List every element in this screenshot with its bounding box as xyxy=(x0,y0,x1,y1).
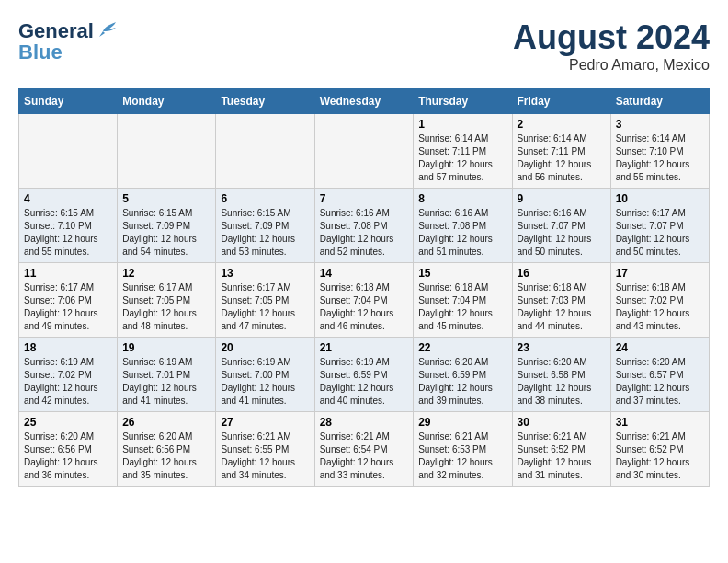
calendar-cell: 28Sunrise: 6:21 AM Sunset: 6:54 PM Dayli… xyxy=(314,412,414,487)
column-header-monday: Monday xyxy=(118,89,216,114)
day-number: 9 xyxy=(518,192,606,205)
day-number: 28 xyxy=(320,416,409,429)
column-header-tuesday: Tuesday xyxy=(216,89,314,114)
day-number: 12 xyxy=(122,267,210,280)
calendar-cell: 25Sunrise: 6:20 AM Sunset: 6:56 PM Dayli… xyxy=(19,412,118,487)
calendar-cell: 18Sunrise: 6:19 AM Sunset: 7:02 PM Dayli… xyxy=(19,338,118,412)
day-info: Sunrise: 6:17 AM Sunset: 7:05 PM Dayligh… xyxy=(221,282,309,333)
day-info: Sunrise: 6:20 AM Sunset: 6:56 PM Dayligh… xyxy=(122,431,210,482)
day-number: 4 xyxy=(24,192,112,205)
calendar-cell: 15Sunrise: 6:18 AM Sunset: 7:04 PM Dayli… xyxy=(414,263,512,338)
day-number: 2 xyxy=(518,118,606,131)
day-number: 30 xyxy=(518,416,606,429)
day-number: 16 xyxy=(518,267,606,280)
page-header: General Blue August 2024 Pedro Amaro, Me… xyxy=(18,18,710,74)
day-info: Sunrise: 6:21 AM Sunset: 6:55 PM Dayligh… xyxy=(221,431,309,482)
column-header-thursday: Thursday xyxy=(414,89,512,114)
column-header-sunday: Sunday xyxy=(19,89,118,114)
day-info: Sunrise: 6:19 AM Sunset: 6:59 PM Dayligh… xyxy=(320,356,409,408)
calendar-cell: 24Sunrise: 6:20 AM Sunset: 6:57 PM Dayli… xyxy=(610,338,709,412)
day-number: 14 xyxy=(320,267,409,280)
calendar-cell: 6Sunrise: 6:15 AM Sunset: 7:09 PM Daylig… xyxy=(216,189,314,263)
day-info: Sunrise: 6:18 AM Sunset: 7:04 PM Dayligh… xyxy=(320,282,409,333)
column-headers: SundayMondayTuesdayWednesdayThursdayFrid… xyxy=(19,89,710,114)
day-number: 10 xyxy=(616,192,704,205)
day-info: Sunrise: 6:15 AM Sunset: 7:09 PM Dayligh… xyxy=(122,207,210,259)
calendar-cell: 17Sunrise: 6:18 AM Sunset: 7:02 PM Dayli… xyxy=(610,263,709,338)
calendar-cell: 21Sunrise: 6:19 AM Sunset: 6:59 PM Dayli… xyxy=(314,338,414,412)
day-info: Sunrise: 6:16 AM Sunset: 7:08 PM Dayligh… xyxy=(418,207,506,259)
calendar-cell: 4Sunrise: 6:15 AM Sunset: 7:10 PM Daylig… xyxy=(19,189,118,263)
day-number: 8 xyxy=(418,192,506,205)
day-info: Sunrise: 6:15 AM Sunset: 7:09 PM Dayligh… xyxy=(221,207,309,259)
day-number: 3 xyxy=(616,118,704,131)
day-info: Sunrise: 6:21 AM Sunset: 6:52 PM Dayligh… xyxy=(616,431,704,482)
calendar-cell: 1Sunrise: 6:14 AM Sunset: 7:11 PM Daylig… xyxy=(414,114,512,189)
calendar-cell: 23Sunrise: 6:20 AM Sunset: 6:58 PM Dayli… xyxy=(512,338,610,412)
day-number: 5 xyxy=(122,192,210,205)
day-number: 7 xyxy=(320,192,409,205)
day-info: Sunrise: 6:19 AM Sunset: 7:02 PM Dayligh… xyxy=(24,356,112,408)
day-info: Sunrise: 6:14 AM Sunset: 7:10 PM Dayligh… xyxy=(616,132,704,184)
day-number: 11 xyxy=(24,267,112,280)
logo: General Blue xyxy=(18,18,118,64)
day-info: Sunrise: 6:18 AM Sunset: 7:04 PM Dayligh… xyxy=(418,282,506,333)
calendar-cell xyxy=(19,114,118,189)
calendar-cell xyxy=(118,114,216,189)
calendar-cell: 9Sunrise: 6:16 AM Sunset: 7:07 PM Daylig… xyxy=(512,189,610,263)
day-number: 27 xyxy=(221,416,309,429)
day-info: Sunrise: 6:17 AM Sunset: 7:06 PM Dayligh… xyxy=(24,282,112,333)
calendar-cell: 2Sunrise: 6:14 AM Sunset: 7:11 PM Daylig… xyxy=(512,114,610,189)
day-number: 21 xyxy=(320,341,409,354)
day-info: Sunrise: 6:20 AM Sunset: 6:57 PM Dayligh… xyxy=(616,356,704,408)
day-info: Sunrise: 6:15 AM Sunset: 7:10 PM Dayligh… xyxy=(24,207,112,259)
day-info: Sunrise: 6:17 AM Sunset: 7:07 PM Dayligh… xyxy=(616,207,704,259)
calendar-cell: 8Sunrise: 6:16 AM Sunset: 7:08 PM Daylig… xyxy=(414,189,512,263)
day-info: Sunrise: 6:18 AM Sunset: 7:02 PM Dayligh… xyxy=(616,282,704,333)
day-number: 26 xyxy=(122,416,210,429)
day-number: 25 xyxy=(24,416,112,429)
day-info: Sunrise: 6:16 AM Sunset: 7:08 PM Dayligh… xyxy=(320,207,409,259)
calendar-cell: 10Sunrise: 6:17 AM Sunset: 7:07 PM Dayli… xyxy=(610,189,709,263)
day-info: Sunrise: 6:20 AM Sunset: 6:59 PM Dayligh… xyxy=(418,356,506,408)
day-number: 29 xyxy=(418,416,506,429)
day-number: 19 xyxy=(122,341,210,354)
calendar-cell: 20Sunrise: 6:19 AM Sunset: 7:00 PM Dayli… xyxy=(216,338,314,412)
main-title: August 2024 xyxy=(513,18,710,57)
calendar-cell: 14Sunrise: 6:18 AM Sunset: 7:04 PM Dayli… xyxy=(314,263,414,338)
logo-bird-icon xyxy=(96,18,118,44)
week-row-2: 4Sunrise: 6:15 AM Sunset: 7:10 PM Daylig… xyxy=(19,189,710,263)
day-info: Sunrise: 6:18 AM Sunset: 7:03 PM Dayligh… xyxy=(518,282,606,333)
day-info: Sunrise: 6:14 AM Sunset: 7:11 PM Dayligh… xyxy=(418,132,506,184)
column-header-saturday: Saturday xyxy=(610,89,709,114)
day-info: Sunrise: 6:17 AM Sunset: 7:05 PM Dayligh… xyxy=(122,282,210,333)
day-info: Sunrise: 6:20 AM Sunset: 6:58 PM Dayligh… xyxy=(518,356,606,408)
day-info: Sunrise: 6:19 AM Sunset: 7:01 PM Dayligh… xyxy=(122,356,210,408)
day-info: Sunrise: 6:16 AM Sunset: 7:07 PM Dayligh… xyxy=(518,207,606,259)
calendar-cell: 30Sunrise: 6:21 AM Sunset: 6:52 PM Dayli… xyxy=(512,412,610,487)
title-block: August 2024 Pedro Amaro, Mexico xyxy=(513,18,710,74)
calendar-cell: 13Sunrise: 6:17 AM Sunset: 7:05 PM Dayli… xyxy=(216,263,314,338)
day-number: 15 xyxy=(418,267,506,280)
week-row-3: 11Sunrise: 6:17 AM Sunset: 7:06 PM Dayli… xyxy=(19,263,710,338)
day-number: 31 xyxy=(616,416,704,429)
column-header-wednesday: Wednesday xyxy=(314,89,414,114)
calendar-cell: 22Sunrise: 6:20 AM Sunset: 6:59 PM Dayli… xyxy=(414,338,512,412)
day-number: 13 xyxy=(221,267,309,280)
calendar-cell: 7Sunrise: 6:16 AM Sunset: 7:08 PM Daylig… xyxy=(314,189,414,263)
day-info: Sunrise: 6:20 AM Sunset: 6:56 PM Dayligh… xyxy=(24,431,112,482)
calendar-cell: 16Sunrise: 6:18 AM Sunset: 7:03 PM Dayli… xyxy=(512,263,610,338)
week-row-1: 1Sunrise: 6:14 AM Sunset: 7:11 PM Daylig… xyxy=(19,114,710,189)
day-number: 22 xyxy=(418,341,506,354)
day-info: Sunrise: 6:21 AM Sunset: 6:53 PM Dayligh… xyxy=(418,431,506,482)
column-header-friday: Friday xyxy=(512,89,610,114)
calendar-cell: 29Sunrise: 6:21 AM Sunset: 6:53 PM Dayli… xyxy=(414,412,512,487)
calendar-cell: 27Sunrise: 6:21 AM Sunset: 6:55 PM Dayli… xyxy=(216,412,314,487)
day-number: 18 xyxy=(24,341,112,354)
logo-blue: Blue xyxy=(18,40,63,64)
calendar-cell: 11Sunrise: 6:17 AM Sunset: 7:06 PM Dayli… xyxy=(19,263,118,338)
week-row-5: 25Sunrise: 6:20 AM Sunset: 6:56 PM Dayli… xyxy=(19,412,710,487)
calendar-cell: 5Sunrise: 6:15 AM Sunset: 7:09 PM Daylig… xyxy=(118,189,216,263)
day-info: Sunrise: 6:14 AM Sunset: 7:11 PM Dayligh… xyxy=(518,132,606,184)
day-info: Sunrise: 6:19 AM Sunset: 7:00 PM Dayligh… xyxy=(221,356,309,408)
